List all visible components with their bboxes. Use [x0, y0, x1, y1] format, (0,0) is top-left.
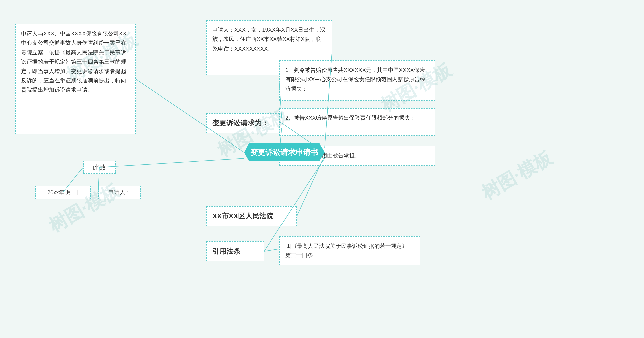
change-req-item-2: 2、被告XXX赔偿原告超出保险责任限额部分的损失；	[279, 108, 435, 136]
left-main-box: 申请人与XXX、中国XXXX保险有限公司XX中心支公司交通事故人身伤害纠纷一案已…	[15, 24, 136, 134]
cite-law-content-box: [1]《最高人民法院关于民事诉讼证据的若干规定》 第三十四条	[279, 236, 420, 265]
cite-law-label-text: 引用法条	[212, 245, 240, 257]
applicant-sign-box: 申请人：	[98, 186, 141, 199]
court-label: XX市XX区人民法院	[212, 210, 273, 222]
right-info-text: 申请人：XXX，女，19XX年X月XX日出生，汉族，农民，住广西XX市XX镇XX…	[212, 27, 326, 52]
mindmap-container: 申请人与XXX、中国XXXX保险有限公司XX中心支公司交通事故人身伤害纠纷一案已…	[0, 0, 644, 338]
change-req-2-text: 2、被告XXX赔偿原告超出保险责任限额部分的损失；	[285, 115, 416, 121]
cite-law-content-text: [1]《最高人民法院关于民事诉讼证据的若干规定》 第三十四条	[285, 243, 408, 258]
watermark-5: 树图·模板	[477, 146, 556, 205]
ci-zhi-box: 此致	[83, 161, 116, 174]
date-box: 20xx年 月 日	[35, 186, 91, 199]
ci-zhi-label: 此致	[93, 162, 106, 173]
date-label: 20xx年 月 日	[47, 188, 79, 197]
left-main-text: 申请人与XXX、中国XXXX保险有限公司XX中心支公司交通事故人身伤害纠纷一案已…	[21, 30, 126, 93]
cite-law-label-box: 引用法条	[206, 241, 264, 261]
court-box: XX市XX区人民法院	[206, 206, 297, 226]
change-req-item-1: 1、判令被告赔偿原告共XXXXXX元，其中中国XXXX保险有限公司XX中心支公司…	[279, 60, 435, 101]
center-node: 变更诉讼请求申请书	[244, 143, 325, 161]
center-node-label: 变更诉讼请求申请书	[250, 147, 318, 158]
svg-line-11	[264, 249, 279, 251]
change-req-1-text: 1、判令被告赔偿原告共XXXXXX元，其中中国XXXX保险有限公司XX中心支公司…	[285, 67, 425, 92]
change-req-label-box: 变更诉讼请求为：	[206, 113, 282, 133]
change-req-label-text: 变更诉讼请求为：	[212, 117, 269, 129]
svg-line-1	[99, 158, 244, 167]
applicant-sign-label: 申请人：	[108, 188, 131, 197]
